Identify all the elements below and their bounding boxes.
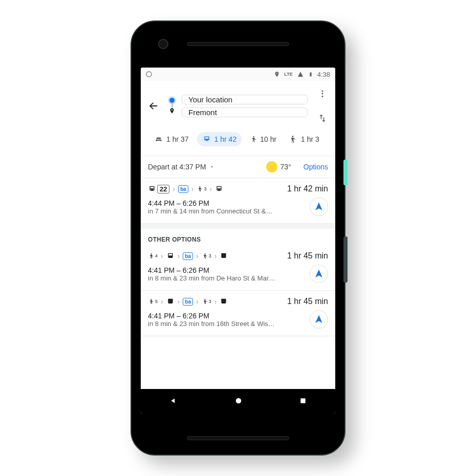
svg-point-5 bbox=[200, 186, 201, 187]
options-button[interactable]: Options bbox=[304, 163, 328, 171]
svg-rect-11 bbox=[301, 398, 306, 403]
route-times: 4:41 PM – 6:26 PM bbox=[148, 312, 305, 320]
svg-point-3 bbox=[253, 136, 254, 137]
svg-point-2 bbox=[322, 96, 323, 97]
tab-ride[interactable]: 1 hr 3 bbox=[285, 132, 324, 146]
more-button[interactable] bbox=[314, 85, 331, 102]
svg-point-9 bbox=[204, 299, 205, 300]
nav-arrow-icon bbox=[314, 202, 323, 211]
battery-icon bbox=[308, 71, 313, 78]
bus-icon bbox=[166, 297, 175, 306]
svg-point-8 bbox=[151, 299, 152, 300]
tab-driving[interactable]: 1 hr 37 bbox=[149, 132, 194, 146]
route-times: 4:44 PM – 6:26 PM bbox=[148, 199, 305, 207]
more-vert-icon bbox=[318, 89, 327, 98]
route-duration: 1 hr 45 min bbox=[287, 297, 328, 306]
tab-label: 1 hr 42 bbox=[214, 135, 237, 143]
bus-icon bbox=[215, 185, 223, 193]
app-screen: LTE 4:38 Your location F bbox=[141, 68, 335, 414]
route-duration: 1 hr 42 min bbox=[287, 184, 328, 193]
directions-header: Your location Fremont 1 hr 37 bbox=[141, 81, 335, 156]
back-button[interactable] bbox=[145, 97, 162, 115]
destination-field[interactable]: Fremont bbox=[182, 107, 308, 117]
svg-point-0 bbox=[322, 90, 323, 92]
controls-row: Depart at 4:37 PM 73° Options bbox=[141, 156, 335, 178]
start-nav-button[interactable] bbox=[310, 310, 328, 329]
nav-back-button[interactable] bbox=[169, 396, 178, 407]
nav-arrow-icon bbox=[314, 269, 323, 278]
depart-label: Depart at 4:37 PM bbox=[148, 163, 206, 171]
walk-icon bbox=[148, 252, 154, 260]
svg-point-1 bbox=[322, 93, 323, 95]
transit-icon bbox=[202, 135, 211, 143]
walk-icon bbox=[148, 297, 154, 306]
signal-icon bbox=[297, 71, 304, 77]
route-times: 4:41 PM – 6:26 PM bbox=[148, 266, 305, 274]
status-bar: LTE 4:38 bbox=[141, 68, 335, 81]
bart-icon: ba bbox=[183, 298, 193, 306]
swap-icon bbox=[317, 113, 328, 123]
location-icon bbox=[274, 71, 280, 78]
bus-icon bbox=[220, 252, 228, 260]
temperature-text: 73° bbox=[280, 163, 291, 171]
route-duration: 1 hr 45 min bbox=[287, 251, 328, 261]
svg-point-6 bbox=[151, 253, 152, 254]
mode-tabs: 1 hr 37 1 hr 42 10 hr 1 hr 3 bbox=[145, 127, 331, 153]
walk-icon bbox=[202, 252, 208, 260]
back-arrow-icon bbox=[148, 100, 159, 112]
route-card[interactable]: 5 › › ba › 3 › 1 hr 45 min 4:41 PM – 6:2… bbox=[141, 291, 335, 336]
other-options-header: OTHER OPTIONS bbox=[141, 229, 335, 245]
weather-chip: 73° bbox=[266, 161, 291, 172]
bart-icon: ba bbox=[178, 185, 188, 193]
start-nav-button[interactable] bbox=[310, 265, 328, 283]
sun-icon bbox=[266, 161, 277, 172]
svg-point-4 bbox=[292, 136, 294, 137]
bus-icon bbox=[148, 185, 156, 193]
nav-recent-button[interactable] bbox=[299, 397, 307, 406]
tab-walking[interactable]: 10 hr bbox=[245, 132, 282, 146]
route-detail: in 7 min & 14 min from Connecticut St &… bbox=[148, 207, 305, 215]
bus-icon bbox=[220, 297, 228, 306]
clock-text: 4:38 bbox=[317, 71, 330, 78]
bus-icon bbox=[166, 252, 175, 260]
route-card[interactable]: 4 › › ba › 3 › 1 hr 45 min 4:41 PM – 6:2… bbox=[141, 245, 335, 291]
origin-dot-icon bbox=[169, 98, 175, 103]
android-nav-bar bbox=[141, 389, 335, 414]
svg-point-7 bbox=[204, 253, 205, 254]
nav-arrow-icon bbox=[314, 315, 323, 324]
dropdown-icon bbox=[209, 164, 214, 169]
destination-pin-icon bbox=[168, 107, 176, 115]
notification-dot-icon bbox=[146, 71, 152, 77]
network-label: LTE bbox=[284, 72, 292, 77]
tab-label: 1 hr 37 bbox=[166, 135, 189, 143]
tab-label: 10 hr bbox=[260, 135, 276, 143]
walk-icon bbox=[202, 297, 208, 306]
route-card[interactable]: 22 › ba › 3 › 1 hr 42 min 4:44 PM – 6:26… bbox=[141, 178, 335, 224]
walk-icon bbox=[250, 135, 257, 143]
car-icon bbox=[154, 135, 163, 143]
bus-number: 22 bbox=[157, 185, 169, 193]
tab-label: 1 hr 3 bbox=[301, 135, 319, 143]
bart-icon: ba bbox=[183, 252, 193, 260]
nav-home-button[interactable] bbox=[234, 396, 243, 407]
routes-list[interactable]: 22 › ba › 3 › 1 hr 42 min 4:44 PM – 6:26… bbox=[141, 178, 335, 389]
route-detail: in 8 min & 23 min from 16th Street & Wis… bbox=[148, 320, 305, 328]
svg-point-10 bbox=[236, 398, 242, 403]
swap-button[interactable] bbox=[314, 110, 331, 127]
start-nav-button[interactable] bbox=[310, 198, 328, 216]
walk-icon bbox=[197, 185, 203, 193]
route-detail: in 8 min & 23 min from De Haro St & Mar… bbox=[148, 274, 305, 282]
origin-field[interactable]: Your location bbox=[182, 95, 308, 104]
depart-time-selector[interactable]: Depart at 4:37 PM bbox=[148, 163, 214, 171]
tab-transit[interactable]: 1 hr 42 bbox=[197, 132, 242, 146]
ride-icon bbox=[290, 135, 298, 143]
